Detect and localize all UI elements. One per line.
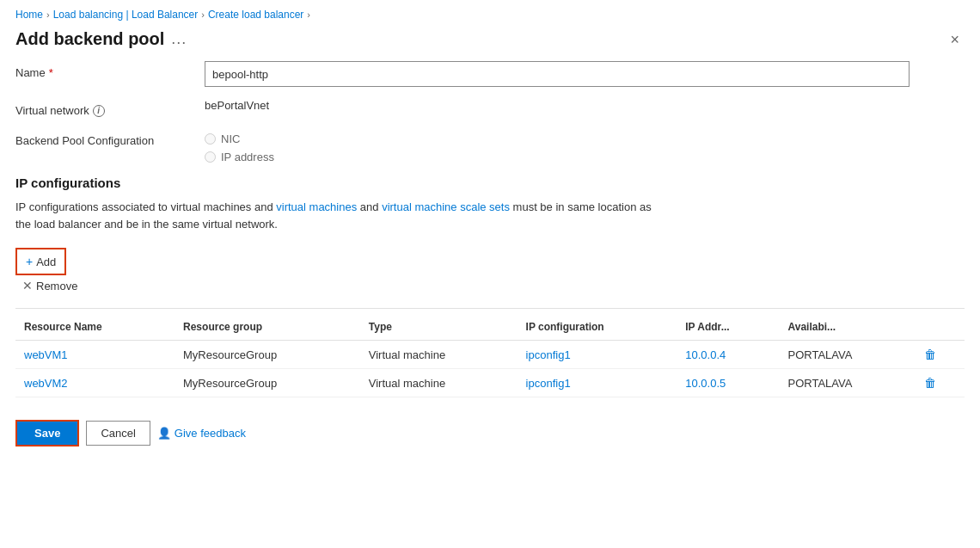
feedback-button[interactable]: 👤 Give feedback xyxy=(157,427,246,440)
table-header-row: Resource Name Resource group Type IP con… xyxy=(15,314,965,341)
virtual-network-value-area: bePortalVnet xyxy=(205,99,965,112)
virtual-machines-link[interactable]: virtual machines xyxy=(276,200,357,213)
row1-resource-name: webVM1 xyxy=(15,341,175,369)
row2-ip-link[interactable]: 10.0.0.5 xyxy=(685,377,726,390)
ip-address-radio-item: IP address xyxy=(205,151,965,163)
row1-ip-address: 10.0.0.4 xyxy=(677,341,779,369)
panel-title: Add backend pool xyxy=(15,29,164,49)
virtual-network-label: Virtual network i xyxy=(15,99,205,117)
row1-delete-cell: 🗑 xyxy=(916,341,965,369)
ip-address-radio-label: IP address xyxy=(221,151,274,163)
vm-scale-sets-link[interactable]: virtual machine scale sets xyxy=(382,200,510,213)
feedback-icon: 👤 xyxy=(157,427,171,440)
breadcrumb-separator-2: › xyxy=(201,9,205,20)
row2-type: Virtual machine xyxy=(360,369,518,397)
breadcrumb-separator-1: › xyxy=(46,9,50,20)
bottom-toolbar: Save Cancel 👤 Give feedback xyxy=(0,406,980,460)
row1-availability: PORTALAVA xyxy=(780,341,916,369)
backend-pool-label: Backend Pool Configuration xyxy=(15,129,205,147)
ip-configurations-description: IP configurations associated to virtual … xyxy=(15,199,669,232)
row2-availability: PORTALAVA xyxy=(780,369,916,397)
webvm1-link[interactable]: webVM1 xyxy=(24,348,68,361)
page-container: Home › Load balancing | Load Balancer › … xyxy=(0,0,980,548)
nic-radio-item: NIC xyxy=(205,132,965,145)
col-resource-group: Resource group xyxy=(175,314,360,341)
row2-delete-icon[interactable]: 🗑 xyxy=(924,376,936,390)
ip-config-table: Resource Name Resource group Type IP con… xyxy=(15,314,965,397)
remove-button[interactable]: ✕ Remove xyxy=(15,275,84,296)
row2-ipconfig-link[interactable]: ipconfig1 xyxy=(526,377,571,390)
row1-delete-icon[interactable]: 🗑 xyxy=(924,348,936,361)
col-actions xyxy=(916,314,965,341)
name-input-area xyxy=(205,61,965,87)
name-label: Name * xyxy=(15,61,205,79)
col-ip-configuration: IP configuration xyxy=(518,314,677,341)
add-button[interactable]: + Add xyxy=(19,251,63,272)
name-row: Name * xyxy=(15,61,965,87)
table-body: webVM1 MyResourceGroup Virtual machine i… xyxy=(15,341,965,397)
remove-label: Remove xyxy=(36,280,77,292)
table-divider xyxy=(15,308,965,309)
row1-resource-group: MyResourceGroup xyxy=(175,341,360,369)
panel-header: Add backend pool ... × xyxy=(0,26,980,61)
ip-configurations-title: IP configurations xyxy=(15,175,965,190)
col-type: Type xyxy=(360,314,518,341)
add-label: Add xyxy=(36,256,56,268)
row2-ip-address: 10.0.0.5 xyxy=(677,369,779,397)
virtual-network-info-icon[interactable]: i xyxy=(93,105,105,117)
backend-pool-config-row: Backend Pool Configuration NIC IP addres… xyxy=(15,129,965,163)
backend-pool-radio-group: NIC IP address xyxy=(205,129,965,163)
row2-delete-cell: 🗑 xyxy=(916,369,965,397)
row2-resource-name: webVM2 xyxy=(15,369,175,397)
feedback-label: Give feedback xyxy=(175,427,246,440)
save-button[interactable]: Save xyxy=(15,420,79,446)
col-ip-address: IP Addr... xyxy=(677,314,779,341)
table-row: webVM2 MyResourceGroup Virtual machine i… xyxy=(15,369,965,397)
row1-ipconfig-link[interactable]: ipconfig1 xyxy=(526,348,571,361)
ip-configurations-section: IP configurations IP configurations asso… xyxy=(15,175,965,397)
row2-ip-config: ipconfig1 xyxy=(518,369,677,397)
breadcrumb-create-lb[interactable]: Create load balancer xyxy=(208,9,303,21)
close-button[interactable]: × xyxy=(945,30,965,49)
ip-address-radio[interactable] xyxy=(205,151,216,163)
virtual-network-row: Virtual network i bePortalVnet xyxy=(15,99,965,117)
breadcrumb: Home › Load balancing | Load Balancer › … xyxy=(0,0,980,26)
col-resource-name: Resource Name xyxy=(15,314,175,341)
remove-icon: ✕ xyxy=(22,279,33,292)
webvm2-link[interactable]: webVM2 xyxy=(24,377,68,390)
col-availability: Availabi... xyxy=(780,314,916,341)
toolbar-wrapper: + Add ✕ Remove xyxy=(15,244,965,299)
breadcrumb-home[interactable]: Home xyxy=(15,9,43,21)
add-btn-highlight: + Add xyxy=(15,248,66,275)
panel-ellipsis-menu[interactable]: ... xyxy=(171,30,187,48)
name-input[interactable] xyxy=(205,61,910,87)
panel-title-row: Add backend pool ... xyxy=(15,29,187,49)
required-indicator: * xyxy=(49,66,53,79)
nic-radio[interactable] xyxy=(205,133,216,145)
virtual-network-value: bePortalVnet xyxy=(205,94,269,112)
table-header: Resource Name Resource group Type IP con… xyxy=(15,314,965,341)
breadcrumb-separator-3: › xyxy=(307,9,310,20)
row1-type: Virtual machine xyxy=(360,341,518,369)
add-icon: + xyxy=(26,255,33,268)
breadcrumb-load-balancing[interactable]: Load balancing | Load Balancer xyxy=(53,9,199,21)
row2-resource-group: MyResourceGroup xyxy=(175,369,360,397)
table-row: webVM1 MyResourceGroup Virtual machine i… xyxy=(15,341,965,369)
cancel-button[interactable]: Cancel xyxy=(86,421,150,446)
form-area: Name * Virtual network i bePortalVnet Ba… xyxy=(0,61,980,397)
row1-ip-config: ipconfig1 xyxy=(518,341,677,369)
row1-ip-link[interactable]: 10.0.0.4 xyxy=(685,348,726,361)
backend-pool-config-area: NIC IP address xyxy=(205,129,965,163)
nic-radio-label: NIC xyxy=(221,132,240,145)
